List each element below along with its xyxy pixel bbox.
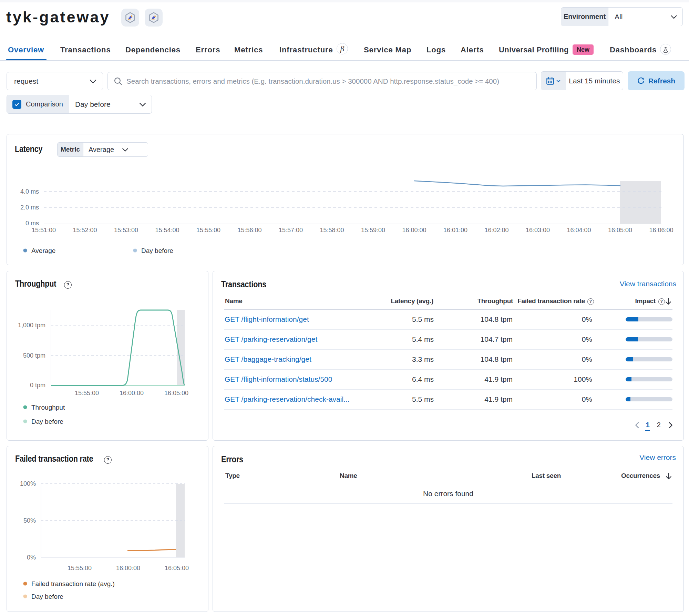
svg-text:15:57:00: 15:57:00	[279, 227, 303, 234]
svg-text:16:06:00: 16:06:00	[649, 227, 673, 234]
svg-text:16:02:00: 16:02:00	[484, 227, 508, 234]
svg-text:16:05:00: 16:05:00	[165, 565, 189, 572]
svg-text:15:55:00: 15:55:00	[196, 227, 220, 234]
svg-text:15:59:00: 15:59:00	[361, 227, 385, 234]
svg-text:0 ms: 0 ms	[25, 220, 39, 227]
svg-text:15:55:00: 15:55:00	[75, 390, 99, 397]
svg-text:Day before: Day before	[31, 593, 63, 600]
svg-text:Throughput: Throughput	[31, 404, 65, 411]
svg-text:4.0 ms: 4.0 ms	[20, 188, 39, 195]
svg-text:16:01:00: 16:01:00	[443, 227, 467, 234]
svg-text:15:54:00: 15:54:00	[155, 227, 179, 234]
svg-text:16:05:00: 16:05:00	[608, 227, 632, 234]
svg-text:16:00:00: 16:00:00	[402, 227, 426, 234]
svg-text:15:56:00: 15:56:00	[237, 227, 261, 234]
svg-text:Day before: Day before	[141, 247, 173, 254]
svg-text:50%: 50%	[23, 517, 36, 524]
svg-text:1,000 tpm: 1,000 tpm	[18, 322, 45, 329]
svg-text:0%: 0%	[27, 554, 36, 561]
svg-text:15:55:00: 15:55:00	[68, 565, 92, 572]
svg-text:15:58:00: 15:58:00	[320, 227, 344, 234]
svg-text:500 tpm: 500 tpm	[23, 352, 45, 359]
svg-text:Average: Average	[31, 247, 55, 254]
svg-text:15:53:00: 15:53:00	[114, 227, 138, 234]
svg-text:100%: 100%	[20, 480, 36, 487]
svg-text:0 tpm: 0 tpm	[30, 382, 45, 389]
svg-text:15:51:00: 15:51:00	[32, 227, 56, 234]
svg-text:15:52:00: 15:52:00	[73, 227, 97, 234]
svg-text:16:00:00: 16:00:00	[116, 565, 140, 572]
svg-text:16:00:00: 16:00:00	[120, 390, 144, 397]
svg-text:16:04:00: 16:04:00	[567, 227, 591, 234]
svg-text:16:05:00: 16:05:00	[164, 390, 188, 397]
svg-text:Failed transaction rate (avg.): Failed transaction rate (avg.)	[31, 580, 115, 587]
svg-text:2.0 ms: 2.0 ms	[20, 204, 39, 211]
svg-text:Day before: Day before	[31, 418, 63, 425]
svg-text:16:03:00: 16:03:00	[526, 227, 550, 234]
